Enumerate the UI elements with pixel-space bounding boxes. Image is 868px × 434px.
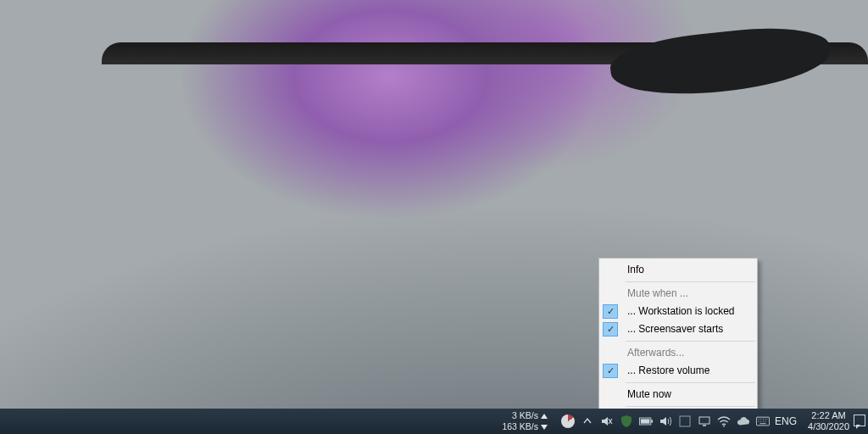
check-icon: ✓ — [603, 322, 618, 337]
download-speed: 163 KB/s — [502, 421, 538, 432]
system-tray — [561, 409, 770, 434]
network-icon[interactable] — [698, 415, 711, 428]
menu-item-label: ... Workstation is locked — [627, 305, 735, 317]
svg-rect-2 — [651, 420, 653, 423]
tray-app-icon[interactable] — [678, 415, 692, 428]
keyboard-icon[interactable] — [756, 415, 770, 428]
menu-item-mute-now[interactable]: Mute now — [600, 386, 756, 403]
battery-icon[interactable] — [639, 415, 653, 428]
taskbar: 3 KB/s 163 KB/s — [0, 409, 868, 434]
svg-rect-1 — [641, 419, 650, 423]
menu-separator — [626, 341, 755, 342]
clock-time: 2:22 AM — [811, 410, 845, 421]
menu-item-workstation-locked[interactable]: ✓ ... Workstation is locked — [600, 303, 756, 320]
check-icon: ✓ — [603, 364, 618, 378]
volume-muted-icon[interactable] — [600, 415, 614, 428]
menu-separator — [626, 382, 755, 383]
upload-speed: 3 KB/s — [512, 410, 538, 421]
disk-usage-icon[interactable] — [561, 415, 575, 428]
menu-item-label: ... Screensaver starts — [627, 323, 723, 335]
action-center-icon[interactable] — [854, 415, 865, 426]
tray-overflow-icon[interactable] — [581, 415, 594, 428]
menu-separator — [626, 281, 755, 282]
menu-item-info[interactable]: Info — [600, 261, 756, 279]
svg-point-5 — [723, 426, 725, 427]
menu-separator — [626, 406, 755, 407]
shield-icon[interactable] — [620, 415, 633, 428]
taskbar-clock[interactable]: 2:22 AM 4/30/2020 — [808, 409, 849, 434]
language-indicator[interactable]: ENG — [775, 409, 797, 434]
check-icon: ✓ — [603, 304, 618, 319]
wallpaper-shape — [608, 21, 833, 103]
menu-header-afterwards: Afterwards... — [600, 344, 756, 362]
menu-item-screensaver-starts[interactable]: ✓ ... Screensaver starts — [600, 320, 756, 338]
down-arrow-icon — [541, 425, 548, 430]
network-monitor[interactable]: 3 KB/s 163 KB/s — [502, 409, 548, 434]
svg-rect-3 — [680, 416, 690, 426]
clock-date: 4/30/2020 — [808, 421, 849, 432]
menu-item-label: ... Restore volume — [627, 364, 709, 376]
volume-icon[interactable] — [659, 415, 672, 428]
menu-header-mute-when: Mute when ... — [600, 285, 756, 303]
up-arrow-icon — [541, 414, 548, 419]
onedrive-icon[interactable] — [737, 415, 750, 428]
tray-context-menu: Info Mute when ... ✓ ... Workstation is … — [598, 258, 758, 431]
menu-item-restore-volume[interactable]: ✓ ... Restore volume — [600, 362, 756, 380]
svg-rect-4 — [699, 417, 709, 424]
wifi-icon[interactable] — [717, 415, 731, 428]
